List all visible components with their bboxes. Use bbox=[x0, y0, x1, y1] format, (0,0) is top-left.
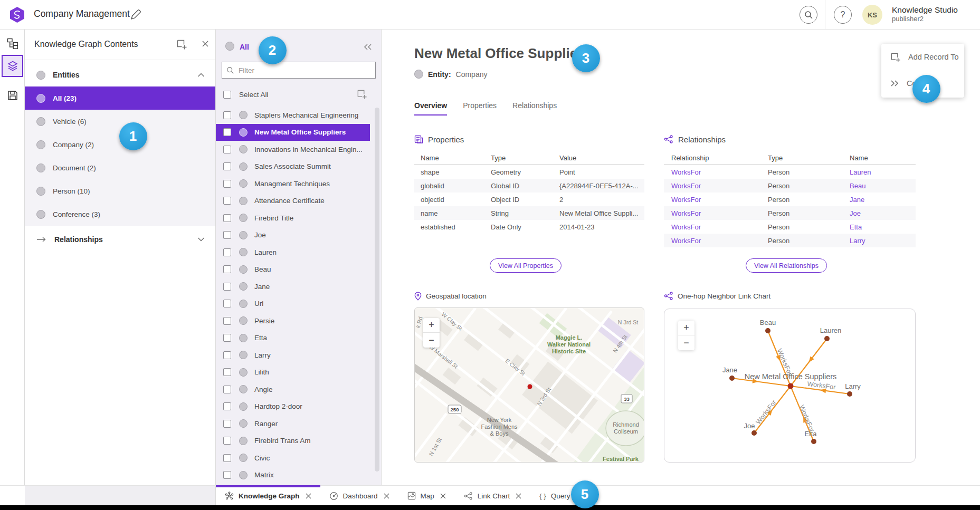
list-item-selected[interactable]: New Metal Office Suppliers bbox=[216, 124, 370, 141]
checkbox[interactable] bbox=[223, 248, 231, 256]
related-entity-link[interactable]: Etta bbox=[850, 223, 916, 231]
checkbox[interactable] bbox=[223, 334, 231, 342]
relationship-link[interactable]: WorksFor bbox=[671, 196, 768, 204]
close-tab-button[interactable] bbox=[306, 493, 311, 499]
select-all-checkbox[interactable] bbox=[223, 91, 231, 99]
list-item[interactable]: Lauren bbox=[216, 244, 370, 261]
relationship-link[interactable]: WorksFor bbox=[671, 237, 768, 245]
checkbox[interactable] bbox=[223, 368, 231, 376]
map-widget[interactable]: k Rd W Clay St W Marshall St E Clay St N… bbox=[414, 307, 644, 463]
checkbox[interactable] bbox=[223, 420, 231, 428]
checkbox[interactable] bbox=[223, 197, 231, 205]
list-item[interactable]: Lilith bbox=[216, 364, 370, 381]
list-item[interactable]: Persie bbox=[216, 312, 370, 330]
zoom-in-button[interactable]: + bbox=[678, 321, 694, 335]
checkbox[interactable] bbox=[223, 111, 231, 119]
search-button[interactable] bbox=[800, 6, 817, 24]
checkbox[interactable] bbox=[223, 386, 231, 393]
view-all-properties-button[interactable]: View All Properties bbox=[490, 258, 562, 273]
checkbox[interactable] bbox=[223, 351, 231, 359]
checkbox[interactable] bbox=[223, 454, 231, 462]
tab-overview[interactable]: Overview bbox=[414, 101, 447, 116]
view-all-relationships-button[interactable]: View All Relationships bbox=[746, 258, 827, 273]
entity-type-item-conference[interactable]: Conference (3) bbox=[25, 203, 215, 226]
checkbox[interactable] bbox=[223, 162, 231, 170]
collapse-list-panel-button[interactable] bbox=[363, 43, 373, 51]
hierarchy-view-button[interactable] bbox=[6, 36, 19, 50]
list-scrollbar[interactable] bbox=[375, 108, 379, 471]
add-record-button[interactable] bbox=[176, 39, 187, 50]
checkbox[interactable] bbox=[223, 128, 231, 136]
related-entity-link[interactable]: Lauren bbox=[850, 168, 916, 176]
user-identity[interactable]: Knowledge Studio publisher2 bbox=[892, 5, 958, 24]
view-tab-link-chart[interactable]: Link Chart bbox=[455, 486, 531, 506]
checkbox[interactable] bbox=[223, 231, 231, 239]
zoom-out-button[interactable]: − bbox=[678, 335, 694, 350]
checkbox[interactable] bbox=[223, 317, 231, 325]
all-filter-label[interactable]: All bbox=[240, 43, 249, 51]
list-item[interactable]: Firebird Trans Am bbox=[216, 432, 370, 450]
related-entity-link[interactable]: Joe bbox=[850, 209, 916, 217]
zoom-in-button[interactable]: + bbox=[423, 318, 440, 333]
relationship-link[interactable]: WorksFor bbox=[671, 168, 768, 176]
close-tab-button[interactable] bbox=[384, 493, 389, 499]
list-item[interactable]: Sales Associate Summit bbox=[216, 158, 370, 176]
edit-title-icon[interactable] bbox=[129, 8, 142, 22]
relationship-link[interactable]: WorksFor bbox=[671, 223, 768, 231]
entity-type-item-all[interactable]: All (23) bbox=[25, 86, 215, 110]
zoom-out-button[interactable]: − bbox=[423, 333, 440, 348]
list-item[interactable]: Etta bbox=[216, 330, 370, 347]
add-record-button[interactable] bbox=[356, 89, 367, 100]
checkbox[interactable] bbox=[223, 471, 231, 479]
list-item[interactable]: Matrix bbox=[216, 467, 370, 484]
checkbox[interactable] bbox=[223, 265, 231, 273]
tab-relationships[interactable]: Relationships bbox=[512, 101, 557, 116]
entity-type-item-document[interactable]: Document (2) bbox=[25, 156, 215, 179]
relationships-section-header[interactable]: Relationships bbox=[25, 228, 215, 251]
list-item[interactable]: Uri bbox=[216, 295, 370, 313]
list-item[interactable]: Ranger bbox=[216, 415, 370, 432]
menu-item-add-record-to[interactable]: Add Record To bbox=[881, 44, 964, 70]
list-item[interactable]: Innovations in Mechanical Engin... bbox=[216, 141, 370, 158]
checkbox[interactable] bbox=[223, 146, 231, 153]
view-tab-dashboard[interactable]: Dashboard bbox=[320, 486, 398, 506]
view-tab-knowledge-graph[interactable]: Knowledge Graph bbox=[216, 486, 320, 506]
relationship-link[interactable]: WorksFor bbox=[671, 209, 768, 217]
list-item[interactable]: Attendance Certificate bbox=[216, 193, 370, 210]
list-item[interactable]: Jane bbox=[216, 278, 370, 295]
save-button[interactable] bbox=[6, 89, 19, 102]
list-item[interactable]: Beau bbox=[216, 261, 370, 278]
expand-relationships-button[interactable] bbox=[197, 237, 205, 242]
checkbox[interactable] bbox=[223, 283, 231, 291]
link-chart-widget[interactable]: WorksFor WorksFor WorksFor WorksFor Beau… bbox=[664, 309, 916, 463]
entities-section-header[interactable]: Entities bbox=[25, 63, 215, 86]
entity-type-item-vehicle[interactable]: Vehicle (6) bbox=[25, 110, 215, 133]
list-item[interactable]: Hardtop 2-door bbox=[216, 398, 370, 416]
list-item[interactable]: Civic bbox=[216, 449, 370, 467]
related-entity-link[interactable]: Jane bbox=[850, 196, 916, 204]
contents-view-button[interactable] bbox=[2, 55, 23, 77]
view-tab-map[interactable]: Map bbox=[398, 486, 455, 506]
collapse-entities-button[interactable] bbox=[197, 73, 205, 78]
checkbox[interactable] bbox=[223, 180, 231, 188]
related-entity-link[interactable]: Beau bbox=[850, 182, 916, 190]
checkbox[interactable] bbox=[223, 437, 231, 445]
filter-input[interactable] bbox=[239, 66, 371, 74]
checkbox[interactable] bbox=[223, 300, 231, 307]
related-entity-link[interactable]: Larry bbox=[850, 237, 916, 245]
list-item[interactable]: Angie bbox=[216, 381, 370, 398]
close-tab-button[interactable] bbox=[516, 493, 521, 499]
close-panel-button[interactable] bbox=[200, 39, 212, 50]
list-item[interactable]: Staplers Mechanical Engineering bbox=[216, 107, 370, 124]
help-button[interactable]: ? bbox=[834, 6, 852, 24]
user-avatar[interactable]: KS bbox=[862, 5, 882, 25]
list-item[interactable]: Managment Techniques bbox=[216, 175, 370, 193]
checkbox[interactable] bbox=[223, 214, 231, 222]
tab-properties[interactable]: Properties bbox=[463, 101, 497, 116]
list-item[interactable]: Joe bbox=[216, 227, 370, 244]
entity-type-item-person[interactable]: Person (10) bbox=[25, 179, 215, 203]
relationship-link[interactable]: WorksFor bbox=[671, 182, 768, 190]
list-item[interactable]: Firebird Title bbox=[216, 209, 370, 227]
list-item[interactable]: Larry bbox=[216, 347, 370, 364]
close-tab-button[interactable] bbox=[440, 493, 446, 499]
